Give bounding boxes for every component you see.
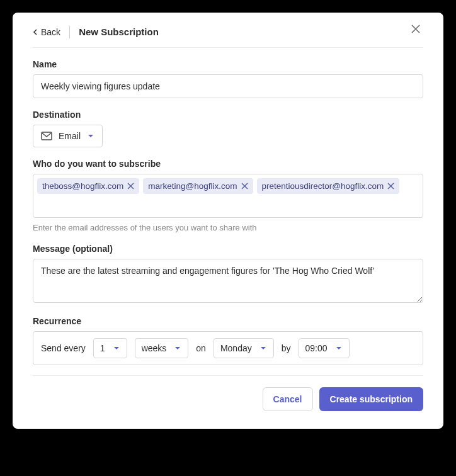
page-title: New Subscription [79,26,159,37]
back-button[interactable]: Back [33,27,60,37]
recurrence-day-select[interactable]: Monday [214,338,274,358]
destination-label: Destination [33,110,423,120]
chevron-down-icon [335,345,343,351]
destination-value: Email [59,131,81,141]
recurrence-field: Recurrence Send every 1 weeks on Monday … [33,316,423,365]
recurrence-unit-value: weeks [142,343,167,353]
chip-remove-button[interactable] [127,183,134,190]
back-label: Back [41,27,60,37]
recurrence-unit-select[interactable]: weeks [135,338,189,358]
name-label: Name [33,59,423,69]
modal-header: Back New Subscription [33,25,423,48]
recurrence-time-value: 09:00 [305,343,328,353]
email-chip: marketing@hogflix.com [143,178,253,194]
header-left: Back New Subscription [33,26,159,38]
close-icon [127,183,134,190]
recurrence-box: Send every 1 weeks on Monday by 09:00 [33,331,423,365]
email-chip: theboss@hogflix.com [37,178,139,194]
chip-remove-button[interactable] [241,183,248,190]
chevron-down-icon [174,345,181,351]
name-field: Name [33,59,423,98]
close-icon [411,24,421,34]
message-field: Message (optional) [33,244,423,305]
create-subscription-button[interactable]: Create subscription [319,387,423,411]
destination-select[interactable]: Email [33,125,103,147]
close-icon [387,183,394,190]
chip-text: pretentiousdirector@hogflix.com [262,181,384,191]
name-input[interactable] [33,74,423,98]
cancel-button[interactable]: Cancel [263,387,313,411]
by-label: by [282,343,291,353]
header-divider [69,26,70,38]
recurrence-count-select[interactable]: 1 [93,338,127,358]
email-icon [41,132,52,140]
subscribe-field: Who do you want to subscribe theboss@hog… [33,159,423,232]
modal-footer: Cancel Create subscription [33,375,423,411]
chevron-down-icon [113,345,120,351]
on-label: on [196,343,206,353]
recurrence-day-value: Monday [220,343,252,353]
chevron-left-icon [33,28,38,36]
close-icon [241,183,248,190]
subscription-modal: Back New Subscription Name Destination E… [13,13,443,429]
message-input[interactable] [33,259,423,303]
chevron-down-icon [259,345,267,351]
message-label: Message (optional) [33,244,423,254]
close-button[interactable] [408,21,423,38]
chevron-down-icon [87,133,94,139]
subscribe-label: Who do you want to subscribe [33,159,423,169]
recurrence-count-value: 1 [100,343,105,353]
chip-text: marketing@hogflix.com [148,181,237,191]
chip-text: theboss@hogflix.com [42,181,123,191]
destination-field: Destination Email [33,110,423,147]
email-chip: pretentiousdirector@hogflix.com [257,178,400,194]
subscribe-helper: Enter the email addresses of the users y… [33,223,423,232]
send-every-label: Send every [41,343,86,353]
chip-remove-button[interactable] [387,183,394,190]
recurrence-label: Recurrence [33,316,423,326]
subscribe-input[interactable]: theboss@hogflix.com marketing@hogflix.co… [33,174,423,218]
recurrence-time-select[interactable]: 09:00 [299,338,350,358]
